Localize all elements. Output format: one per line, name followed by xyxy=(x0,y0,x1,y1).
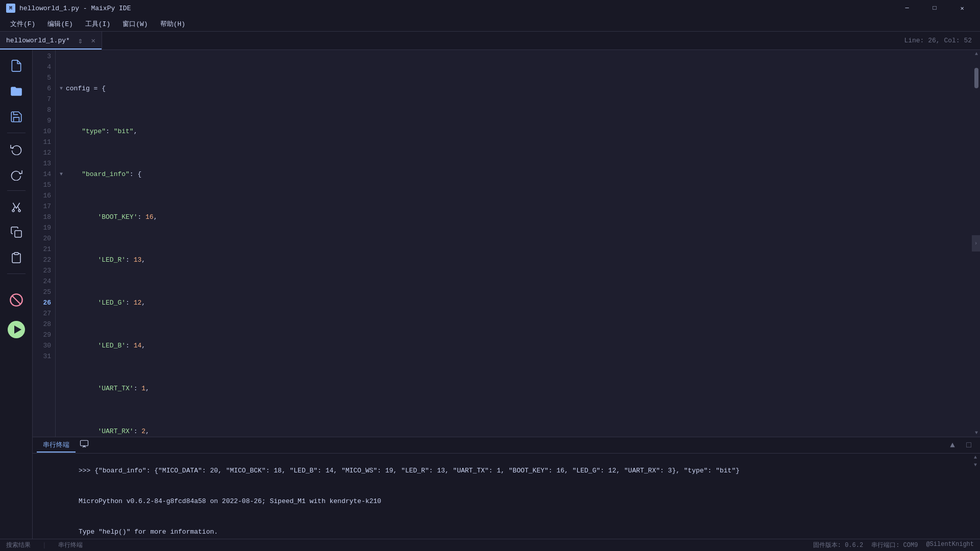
code-line-11: ▶ 'UART_RX' : 2 , xyxy=(56,426,973,437)
window-controls: — □ ✕ xyxy=(895,0,974,16)
status-bar: 搜索结果 | 串行终端 固件版本: 0.6.2 串行端口: COM9 @Sile… xyxy=(0,539,980,551)
svg-point-1 xyxy=(18,210,20,212)
app-icon: M xyxy=(6,4,15,13)
menu-edit[interactable]: 编辑(E) xyxy=(41,17,79,31)
menu-tools[interactable]: 工具(I) xyxy=(79,17,116,31)
status-left: 搜索结果 | 串行终端 xyxy=(6,541,813,549)
scroll-thumb[interactable] xyxy=(974,68,978,88)
editor-area: 3 4 5 6 7 8 9 10 11 12 13 14 15 16 17 18… xyxy=(33,50,980,539)
code-line-3: ▼ config = { xyxy=(56,83,973,94)
status-tab-serial[interactable]: 串行终端 xyxy=(58,542,83,549)
save-button[interactable] xyxy=(5,105,28,129)
main-area: 3 4 5 6 7 8 9 10 11 12 13 14 15 16 17 18… xyxy=(0,50,980,539)
code-line-5: ▼ "board_info" : { xyxy=(56,169,973,180)
tab-scroll-arrows[interactable]: ⇕ xyxy=(74,36,87,46)
terminal-scroll-down[interactable]: ▼ xyxy=(973,461,980,469)
firmware-version: 固件版本: 0.6.2 xyxy=(813,541,863,549)
terminal-scrollbar[interactable]: ▲ ▼ xyxy=(973,454,980,539)
new-file-button[interactable] xyxy=(5,54,28,78)
terminal-tab-bar: 串行终端 ▲ □ xyxy=(33,437,980,454)
code-editor[interactable]: 3 4 5 6 7 8 9 10 11 12 13 14 15 16 17 18… xyxy=(33,50,980,437)
status-tab-search[interactable]: 搜索结果 xyxy=(6,542,31,549)
svg-line-9 xyxy=(12,296,20,304)
serial-port: 串行端口: COM9 xyxy=(871,541,918,549)
paste-button[interactable] xyxy=(5,246,28,269)
scroll-up-arrow[interactable]: ▲ xyxy=(974,50,979,58)
sidebar-separator-2 xyxy=(7,190,26,191)
svg-rect-7 xyxy=(14,253,18,255)
author-credit: @SilentKnight xyxy=(926,541,974,549)
cut-button[interactable] xyxy=(5,195,28,218)
terminal-maximize-button[interactable]: □ xyxy=(962,438,976,453)
terminal-scroll-up[interactable]: ▲ xyxy=(973,454,980,461)
terminal-micropython-version: MicroPython v0.6.2-84-g8fcd84a58 on 2022… xyxy=(79,497,381,505)
svg-line-4 xyxy=(13,207,15,210)
line-numbers: 3 4 5 6 7 8 9 10 11 12 13 14 15 16 17 18… xyxy=(33,50,56,437)
svg-rect-6 xyxy=(15,231,21,237)
code-line-7: ▶ 'LED_R' : 13 , xyxy=(56,255,973,265)
title-bar: M helloworld_1.py - MaixPy IDE — □ ✕ xyxy=(0,0,980,16)
tab-bar: helloworld_1.py* ⇕ ✕ Line: 26, Col: 52 xyxy=(0,32,980,50)
code-line-9: ▶ 'LED_B' : 14 , xyxy=(56,340,973,351)
scroll-down-arrow[interactable]: ▼ xyxy=(974,429,979,437)
undo-button[interactable] xyxy=(5,137,28,161)
menu-window[interactable]: 窗口(W) xyxy=(116,17,154,31)
stop-button[interactable] xyxy=(5,288,28,312)
minimize-button[interactable]: — xyxy=(895,0,919,16)
terminal-json-output: >>> {"board_info": {"MICO_DATA": 20, "MI… xyxy=(79,467,740,474)
code-line-6: ▶ 'BOOT_KEY' : 16 , xyxy=(56,212,973,222)
sidebar-separator-1 xyxy=(7,133,26,133)
terminal-icon[interactable] xyxy=(76,437,93,453)
menu-help[interactable]: 帮助(H) xyxy=(154,17,191,31)
maximize-button[interactable]: □ xyxy=(923,0,946,16)
run-button[interactable] xyxy=(5,318,28,341)
code-line-8: ▶ 'LED_G' : 12 , xyxy=(56,297,973,308)
sidebar xyxy=(0,50,33,539)
line-col-indicator: Line: 26, Col: 52 xyxy=(904,37,980,44)
svg-point-0 xyxy=(12,210,14,212)
code-content[interactable]: ▼ config = { ▶ "type" : "bit" , ▼ xyxy=(56,50,973,437)
svg-line-5 xyxy=(18,207,19,210)
terminal-tab-serial[interactable]: 串行终端 xyxy=(37,438,76,453)
tab-filename: helloworld_1.py* xyxy=(6,37,70,44)
terminal-help-prompt: Type "help()" for more information. xyxy=(79,528,218,536)
window-title: helloworld_1.py - MaixPy IDE xyxy=(19,5,895,12)
code-line-4: ▶ "type" : "bit" , xyxy=(56,126,973,137)
sidebar-separator-3 xyxy=(7,273,26,274)
menu-file[interactable]: 文件(F) xyxy=(4,17,41,31)
file-tab[interactable]: helloworld_1.py* ⇕ ✕ xyxy=(0,32,102,49)
redo-button[interactable] xyxy=(5,163,28,186)
close-button[interactable]: ✕ xyxy=(950,0,974,16)
terminal-controls: ▲ □ xyxy=(945,438,976,453)
tab-close-button[interactable]: ✕ xyxy=(91,36,95,45)
code-line-10: ▶ 'UART_TX' : 1 , xyxy=(56,383,973,394)
menu-bar: 文件(F) 编辑(E) 工具(I) 窗口(W) 帮助(H) xyxy=(0,16,980,32)
svg-rect-12 xyxy=(81,440,88,446)
terminal-output[interactable]: >>> {"board_info": {"MICO_DATA": 20, "MI… xyxy=(33,454,973,539)
terminal-expand-button[interactable]: ▲ xyxy=(945,438,960,453)
copy-button[interactable] xyxy=(5,220,28,244)
collapse-panel-button[interactable]: › xyxy=(972,235,980,252)
open-folder-button[interactable] xyxy=(5,80,28,103)
status-right: 固件版本: 0.6.2 串行端口: COM9 @SilentKnight xyxy=(813,541,974,549)
terminal-area: 串行终端 ▲ □ >>> {"board_info": {"MICO_DATA"… xyxy=(33,437,980,539)
